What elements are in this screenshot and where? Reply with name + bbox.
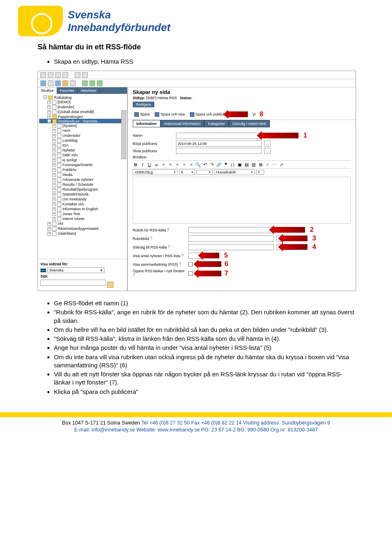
tree-item[interactable]: Papperskorgen bbox=[58, 115, 83, 119]
editor-textarea[interactable] bbox=[133, 177, 351, 224]
btn-avbryt-partial[interactable]: yt bbox=[253, 112, 256, 116]
tree-item[interactable]: Gästrikland bbox=[58, 231, 76, 236]
btn-check[interactable]: ✓ bbox=[265, 162, 270, 167]
tb-icon[interactable] bbox=[40, 80, 46, 86]
btn-more[interactable]: ⋯ bbox=[272, 162, 277, 167]
btn-find[interactable]: 🔍 bbox=[195, 162, 201, 167]
tree-item[interactable]: Statistik/Historik bbox=[62, 192, 89, 196]
tb-icon[interactable] bbox=[55, 80, 61, 86]
tab-struktur[interactable]: Struktur bbox=[38, 87, 57, 94]
tb-icon[interactable] bbox=[40, 72, 46, 78]
tab-kategorier[interactable]: Kategorier bbox=[204, 120, 229, 127]
tree-item[interactable]: IDA bbox=[62, 143, 69, 147]
input-rubrik-kalla[interactable] bbox=[188, 227, 274, 233]
tb-icon[interactable] bbox=[70, 80, 76, 86]
tree-selected[interactable]: innebandy.se - Startsida bbox=[58, 119, 97, 123]
scrollbar[interactable] bbox=[121, 110, 126, 159]
tree-item[interactable]: [Globalt delat innehåll] bbox=[58, 110, 94, 114]
tree-view[interactable]: −Rotkatalog +[DEMO] +[Kalender] +[Global… bbox=[38, 94, 127, 259]
tb-icon[interactable] bbox=[82, 80, 88, 86]
label-visa-samm: Visa sammanfattning (RSS) ? bbox=[133, 262, 186, 267]
btn-undo[interactable]: ↶ bbox=[202, 162, 208, 167]
empty-select[interactable]: ▾ bbox=[196, 170, 213, 175]
font-select[interactable]: ADMUI3Lg▾ bbox=[133, 169, 178, 175]
tree-item[interactable]: Landslag bbox=[62, 138, 78, 142]
info-tabs: Information Avancerad information Katego… bbox=[128, 120, 356, 127]
btn-redo[interactable]: ↷ bbox=[209, 162, 215, 167]
btn-spara-visa[interactable]: Spara och visa bbox=[153, 112, 187, 117]
tree-item[interactable]: [Kalender] bbox=[58, 105, 74, 109]
btn-img[interactable]: ▣ bbox=[237, 162, 243, 167]
tree-item[interactable]: Undersidor bbox=[62, 133, 80, 138]
btn-page[interactable]: ▥ bbox=[251, 162, 256, 167]
input-sokvag[interactable] bbox=[188, 244, 274, 250]
tree-item[interactable]: Arkiverade nyheter bbox=[62, 178, 94, 182]
tree-item[interactable]: ej synligt bbox=[62, 158, 77, 162]
tree-item[interactable]: Results / Schedule bbox=[62, 182, 93, 187]
btn-code[interactable]: {} bbox=[230, 162, 236, 167]
btn-underline[interactable]: U bbox=[147, 162, 152, 167]
btn-fontcolor[interactable]: a bbox=[154, 162, 159, 167]
tree-item[interactable]: Jonas Test bbox=[62, 212, 80, 216]
search-button[interactable] bbox=[107, 282, 114, 288]
btn-align-c[interactable]: ≡ bbox=[181, 162, 187, 167]
tab-aktiviteter[interactable]: Aktiviteter bbox=[78, 87, 100, 94]
tb-icon[interactable] bbox=[89, 80, 95, 86]
btn-spara[interactable]: Spara bbox=[133, 112, 151, 117]
tb-icon[interactable] bbox=[82, 72, 88, 78]
input-rubrikbild[interactable] bbox=[188, 236, 274, 242]
search-input[interactable] bbox=[40, 280, 106, 286]
language-select[interactable]: Svenska ▾ bbox=[47, 267, 105, 273]
tree-item[interactable]: [DEMO] bbox=[58, 100, 71, 104]
visa-sidtrad-label: Visa sidträd för: bbox=[40, 262, 68, 266]
btn-italic[interactable]: I bbox=[140, 162, 145, 167]
style-select[interactable]: Huvudrubrik▾ bbox=[214, 169, 255, 175]
btn-link[interactable]: 🔗 bbox=[216, 162, 222, 167]
tb-icon[interactable] bbox=[75, 72, 80, 78]
tb-icon[interactable] bbox=[62, 72, 68, 78]
btn-quote[interactable]: ❝ bbox=[223, 162, 229, 167]
tree-item[interactable]: SIBF-info bbox=[62, 153, 78, 157]
tree-item[interactable]: Media bbox=[62, 173, 73, 177]
tree-item[interactable]: Internt Arbete bbox=[62, 217, 85, 221]
tree-item[interactable]: Hem bbox=[62, 129, 70, 133]
btn-table[interactable]: ⊞ bbox=[258, 162, 263, 167]
tab-favoriter[interactable]: Favoriter bbox=[57, 87, 78, 94]
btn-list-bul[interactable]: ≡ bbox=[167, 162, 173, 167]
checkbox-oppna[interactable] bbox=[188, 271, 193, 276]
tb-icon[interactable] bbox=[97, 80, 102, 86]
tree-item[interactable]: Om innebandy bbox=[62, 197, 87, 201]
tb-icon[interactable] bbox=[62, 80, 68, 86]
footer: Box 1047 S-171 21 Solna Sweden Tel +46 (… bbox=[0, 417, 392, 439]
tree-item[interactable]: [System] bbox=[62, 124, 77, 128]
tree-item[interactable]: Nyheter bbox=[62, 148, 76, 152]
btn-align-r[interactable]: ≡ bbox=[188, 162, 194, 167]
btn-doc[interactable]: ▤ bbox=[244, 162, 249, 167]
input-sluta[interactable] bbox=[176, 148, 262, 154]
tb-icon[interactable] bbox=[48, 80, 53, 86]
tree-item[interactable]: Kontakta oss bbox=[62, 202, 84, 206]
tree-item[interactable]: Publik/tv bbox=[62, 168, 76, 172]
tab-redigera[interactable]: Redigera bbox=[133, 102, 154, 107]
size-select[interactable]: 8▾ bbox=[179, 169, 195, 175]
more-select[interactable]: ▾ bbox=[256, 170, 264, 175]
btn-bold[interactable]: B bbox=[133, 162, 138, 167]
tb-icon[interactable] bbox=[55, 72, 61, 78]
tab-genvag[interactable]: Genväg / extern länk bbox=[229, 120, 270, 127]
date-picker-button[interactable]: … bbox=[264, 140, 271, 147]
tree-item[interactable]: Resultat/Spelprogram bbox=[62, 187, 98, 191]
btn-align-l[interactable]: ≡ bbox=[174, 162, 180, 167]
checkbox-visa-samm[interactable] bbox=[188, 262, 193, 267]
input-namn[interactable] bbox=[176, 133, 262, 139]
btn-list-num[interactable]: ≡ bbox=[160, 162, 166, 167]
tab-information[interactable]: Information bbox=[133, 120, 160, 127]
tb-icon[interactable] bbox=[48, 72, 53, 78]
tree-item[interactable]: Föreningar/Distrikt bbox=[62, 163, 93, 167]
tree-item[interactable]: VM bbox=[58, 222, 63, 226]
input-borja[interactable] bbox=[176, 140, 262, 147]
btn-expand[interactable]: ⤢ bbox=[278, 162, 284, 167]
tree-item[interactable]: Information In English bbox=[62, 207, 98, 211]
tree-item[interactable]: Riksinnebandygymnasiet bbox=[58, 227, 98, 231]
date-picker-button[interactable]: … bbox=[264, 148, 271, 154]
tab-avancerad[interactable]: Avancerad information bbox=[160, 120, 205, 127]
